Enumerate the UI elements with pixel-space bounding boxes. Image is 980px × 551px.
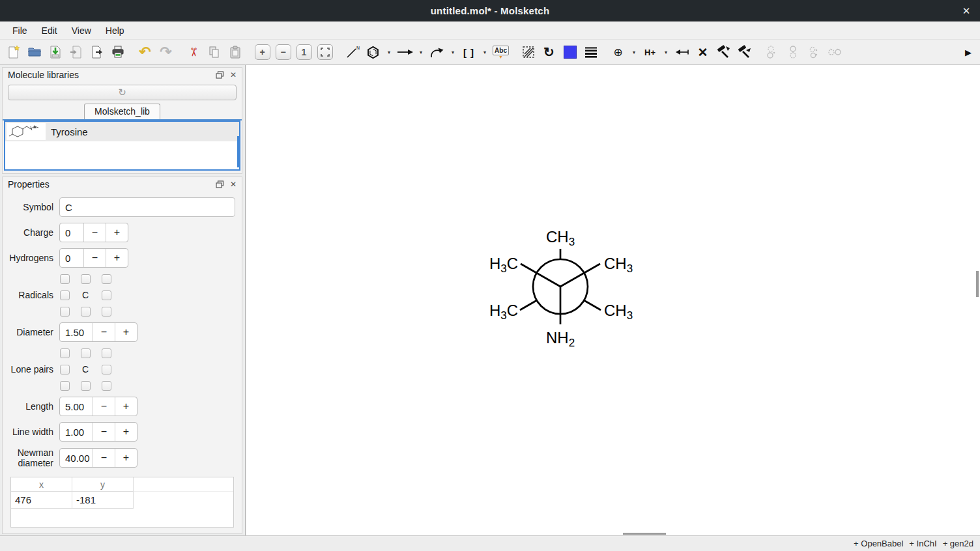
toolbar-overflow-button[interactable]: ▶ xyxy=(960,43,976,62)
zoom-in-icon: + xyxy=(255,44,270,60)
radical-checkbox[interactable] xyxy=(81,274,91,284)
newman-diameter-value[interactable]: 40.00 xyxy=(60,449,93,467)
lone-pair-tool-button[interactable] xyxy=(672,43,691,62)
mechanism-arrow-dropdown[interactable]: ▾ xyxy=(448,43,457,62)
canvas-vertical-scrollbar[interactable] xyxy=(976,271,979,297)
charge-decrement-button[interactable]: − xyxy=(83,223,106,242)
hammer-flip-tool-button[interactable] xyxy=(735,43,754,62)
ring-tool-button[interactable] xyxy=(364,43,382,62)
menu-help[interactable]: Help xyxy=(98,23,132,38)
menu-view[interactable]: View xyxy=(65,23,98,38)
selection-tool-button[interactable] xyxy=(519,43,538,62)
import-button[interactable] xyxy=(66,43,85,62)
bracket-tool-button[interactable]: [ ] xyxy=(459,43,478,62)
undo-button[interactable]: ↶ xyxy=(136,43,154,62)
canvas-horizontal-scrollbar[interactable] xyxy=(623,533,666,535)
hammer-tool-button[interactable] xyxy=(714,43,733,62)
arrow-tool-button[interactable] xyxy=(396,43,414,62)
length-decrement-button[interactable]: − xyxy=(93,397,115,416)
molecule-libraries-title: Molecule libraries xyxy=(8,70,210,80)
charge-tool-button[interactable]: ⊕ xyxy=(609,43,627,62)
zoom-original-button[interactable]: 1 xyxy=(295,43,313,62)
float-panel-icon[interactable] xyxy=(216,180,224,188)
charge-tool-dropdown[interactable]: ▾ xyxy=(629,43,639,62)
bracket-tool-dropdown[interactable]: ▾ xyxy=(480,43,489,62)
new-file-button[interactable] xyxy=(4,43,23,62)
radical-checkbox[interactable] xyxy=(60,274,70,284)
tab-molsketch-lib[interactable]: Molsketch_lib xyxy=(84,104,160,119)
diameter-decrement-button[interactable]: − xyxy=(93,323,115,341)
close-panel-icon[interactable]: ✕ xyxy=(230,70,237,79)
line-width-value[interactable]: 1.00 xyxy=(60,423,93,441)
lone-pair-checkbox[interactable] xyxy=(60,365,70,374)
paste-button[interactable] xyxy=(225,43,244,62)
newman-diameter-decrement-button[interactable]: − xyxy=(93,449,115,467)
zoom-fit-button[interactable] xyxy=(315,43,334,62)
window-close-button[interactable]: ✕ xyxy=(959,4,973,18)
delete-tool-button[interactable]: ✕ xyxy=(693,43,712,62)
drawing-canvas[interactable]: CH3 H3C CH3 H3C CH3 NH2 xyxy=(246,65,980,535)
text-tool-button[interactable]: Abc ▾ xyxy=(491,43,510,62)
x-coordinate-cell[interactable]: 476 xyxy=(11,492,72,509)
copy-button[interactable] xyxy=(205,43,223,62)
print-button[interactable] xyxy=(108,43,127,62)
lone-pair-checkbox[interactable] xyxy=(102,348,111,358)
newman-diameter-increment-button[interactable]: + xyxy=(115,449,137,467)
hydrogens-value[interactable]: 0 xyxy=(60,249,83,267)
line-width-decrement-button[interactable]: − xyxy=(93,423,115,441)
symbol-input[interactable]: C xyxy=(59,197,235,217)
radical-checkbox[interactable] xyxy=(102,274,111,284)
line-width-increment-button[interactable]: + xyxy=(115,423,137,441)
float-panel-icon[interactable] xyxy=(216,71,224,79)
newman-projection-molecule[interactable]: CH3 H3C CH3 H3C CH3 NH2 xyxy=(483,215,646,355)
rotate-tool-button[interactable]: ↻ xyxy=(540,43,558,62)
copy-icon xyxy=(207,45,222,59)
list-item-tyrosine[interactable]: Tyrosine xyxy=(5,122,239,141)
hydrogen-tool-dropdown[interactable]: ▾ xyxy=(661,43,670,62)
charge-increment-button[interactable]: + xyxy=(106,223,128,242)
lone-pair-checkbox[interactable] xyxy=(60,381,70,391)
diameter-value[interactable]: 1.50 xyxy=(60,323,93,341)
library-list-scrollbar[interactable] xyxy=(237,136,239,167)
color-picker-button[interactable] xyxy=(560,43,579,62)
zoom-in-button[interactable]: + xyxy=(253,43,272,62)
export-button[interactable] xyxy=(87,43,106,62)
lone-pair-checkbox[interactable] xyxy=(102,365,111,374)
radical-checkbox[interactable] xyxy=(60,290,70,300)
line-width-button[interactable] xyxy=(581,43,600,62)
refresh-libraries-button[interactable]: ↻ xyxy=(8,85,237,100)
structure-tool-2-button xyxy=(783,43,802,62)
diameter-increment-button[interactable]: + xyxy=(115,323,137,341)
lone-pair-checkbox[interactable] xyxy=(81,381,91,391)
radical-checkbox[interactable] xyxy=(60,307,70,317)
lone-pair-checkbox[interactable] xyxy=(102,381,111,391)
close-panel-icon[interactable]: ✕ xyxy=(230,180,237,189)
length-value[interactable]: 5.00 xyxy=(60,397,93,416)
hydrogens-decrement-button[interactable]: − xyxy=(83,249,106,267)
charge-value[interactable]: 0 xyxy=(60,223,83,242)
zoom-out-button[interactable]: − xyxy=(274,43,293,62)
structure-tool-2-icon xyxy=(786,45,800,59)
lone-pair-checkbox[interactable] xyxy=(60,348,70,358)
length-increment-button[interactable]: + xyxy=(115,397,137,416)
menu-edit[interactable]: Edit xyxy=(35,23,65,38)
ring-tool-dropdown[interactable]: ▾ xyxy=(384,43,394,62)
radical-checkbox[interactable] xyxy=(102,307,111,317)
menu-file[interactable]: File xyxy=(5,23,35,38)
line-width-row: Line width 1.00 − + xyxy=(7,422,235,442)
draw-bond-tool-button[interactable]: N xyxy=(343,43,362,62)
cut-button[interactable]: ✂ xyxy=(184,43,203,62)
paste-icon xyxy=(228,45,242,59)
open-file-button[interactable] xyxy=(25,43,44,62)
save-button[interactable] xyxy=(46,43,65,62)
radical-checkbox[interactable] xyxy=(102,290,111,300)
radical-checkbox[interactable] xyxy=(81,307,91,317)
y-coordinate-cell[interactable]: -181 xyxy=(72,492,134,509)
hydrogens-increment-button[interactable]: + xyxy=(106,249,128,267)
hydrogen-icon: H+ xyxy=(644,48,656,57)
arrow-tool-dropdown[interactable]: ▾ xyxy=(416,43,425,62)
toolbar: ↶ ↷ ✂ + − 1 N ▾ ▾ ▾ [ ] ▾ xyxy=(0,40,980,65)
hydrogen-tool-button[interactable]: H+ xyxy=(641,43,659,62)
lone-pair-checkbox[interactable] xyxy=(81,348,91,358)
mechanism-arrow-tool-button[interactable] xyxy=(427,43,446,62)
